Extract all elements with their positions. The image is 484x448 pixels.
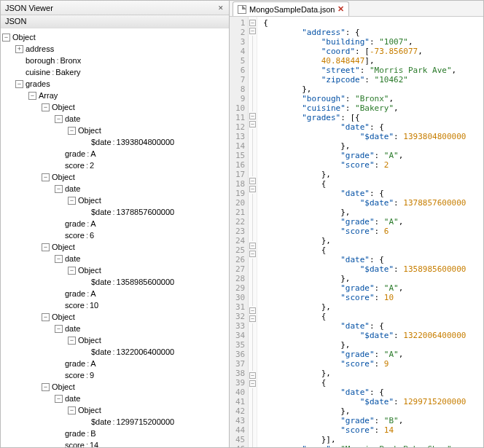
toggle-icon[interactable]: − — [42, 313, 50, 321]
code-line[interactable]: }, — [263, 369, 466, 378]
code-line[interactable]: "grade": "A", — [263, 283, 466, 293]
tree-object-0[interactable]: −Object — [42, 101, 227, 113]
code-line[interactable]: "$date": 1393804800000 — [263, 132, 466, 141]
code-line[interactable]: "score": 2 — [263, 160, 466, 170]
tree-date-4[interactable]: −date — [55, 393, 227, 404]
tree-score-2[interactable]: score:10 — [55, 299, 227, 311]
toggle-icon[interactable]: − — [2, 34, 10, 42]
code-line[interactable]: "cuisine": "Bakery", — [263, 103, 466, 113]
code-line[interactable]: }, — [263, 85, 466, 94]
code-line[interactable]: "name": "Morris Park Bake Shop", — [263, 444, 466, 447]
code-line[interactable]: { — [263, 312, 466, 321]
tree-date-1[interactable]: −date — [55, 183, 227, 194]
toggle-icon[interactable]: − — [42, 383, 50, 391]
toggle-icon[interactable]: − — [15, 80, 23, 88]
json-tree[interactable]: −Object+addressborough:Bronxcuisine:Bake… — [1, 28, 229, 447]
code-line[interactable]: "date": { — [263, 122, 466, 132]
toggle-icon[interactable]: − — [42, 103, 50, 111]
tree-object-2[interactable]: −Object — [42, 241, 227, 253]
toggle-icon[interactable]: − — [68, 406, 76, 414]
tree-date-object-1[interactable]: −Object — [68, 194, 227, 206]
code-line[interactable]: }, — [263, 302, 466, 312]
tree-score-4[interactable]: score:14 — [55, 439, 227, 447]
tree-sdate-3[interactable]: $date:1322006400000 — [81, 346, 227, 358]
code-line[interactable]: { — [263, 179, 466, 189]
tree-date-object-0[interactable]: −Object — [68, 125, 227, 136]
tree-sdate-0[interactable]: $date:1393804800000 — [81, 136, 227, 148]
code-line[interactable]: "grade": "A", — [263, 151, 466, 160]
tree-grade-1[interactable]: grade:A — [55, 218, 227, 229]
toggle-icon[interactable]: − — [42, 243, 50, 251]
fold-icon[interactable]: − — [249, 178, 256, 184]
code-line[interactable]: "borough": "Bronx", — [263, 94, 466, 103]
tab-file[interactable]: MongoSampleData.json ✕ — [233, 1, 349, 16]
code-line[interactable]: "coord": [-73.856077, — [263, 47, 466, 56]
toggle-icon[interactable]: − — [55, 395, 63, 403]
code-line[interactable]: "date": { — [263, 189, 466, 198]
code-line[interactable]: }, — [263, 340, 466, 350]
code-line[interactable]: }, — [263, 236, 466, 245]
toggle-icon[interactable]: − — [42, 173, 50, 181]
toggle-icon[interactable]: − — [68, 197, 76, 205]
code-line[interactable]: }, — [263, 208, 466, 217]
panel-close-icon[interactable]: ✕ — [217, 4, 225, 12]
fold-icon[interactable]: − — [249, 28, 256, 34]
fold-icon[interactable]: − — [249, 380, 256, 387]
fold-icon[interactable]: − — [249, 121, 256, 127]
toggle-icon[interactable]: − — [55, 185, 63, 193]
tree-grade-3[interactable]: grade:A — [55, 358, 227, 369]
toggle-icon[interactable]: − — [55, 115, 63, 123]
code-line[interactable]: { — [263, 378, 466, 388]
fold-icon[interactable]: − — [249, 243, 256, 249]
code-line[interactable]: "zipcode": "10462" — [263, 75, 466, 85]
tree-score-0[interactable]: score:2 — [55, 160, 227, 171]
tree-score-1[interactable]: score:6 — [55, 229, 227, 241]
toggle-icon[interactable]: + — [15, 45, 23, 53]
code-line[interactable]: "score": 14 — [263, 425, 466, 435]
tree-grades[interactable]: −grades — [15, 78, 227, 90]
code-line[interactable]: "score": 10 — [263, 293, 466, 302]
toggle-icon[interactable]: − — [68, 127, 76, 135]
tree-date-2[interactable]: −date — [55, 253, 227, 264]
tree-date-object-4[interactable]: −Object — [68, 404, 227, 416]
toggle-icon[interactable]: − — [28, 92, 36, 100]
code-line[interactable]: "$date": 1358985600000 — [263, 264, 466, 274]
code-line[interactable]: 40.848447], — [263, 56, 466, 66]
fold-icon[interactable]: − — [249, 113, 256, 119]
code-line[interactable]: "$date": 1299715200000 — [263, 397, 466, 406]
code-line[interactable]: }, — [263, 170, 466, 179]
fold-icon[interactable]: − — [249, 20, 256, 26]
tree-object-4[interactable]: −Object — [42, 381, 227, 393]
code-line[interactable]: }], — [263, 435, 466, 444]
tree-date-0[interactable]: −date — [55, 113, 227, 125]
toggle-icon[interactable]: − — [68, 267, 76, 275]
tree-grade-2[interactable]: grade:A — [55, 288, 227, 299]
toggle-icon[interactable]: − — [55, 255, 63, 263]
toggle-icon[interactable]: − — [55, 325, 63, 333]
code-area[interactable]: { "address": { "building": "1007", "coor… — [257, 17, 472, 447]
tree-score-3[interactable]: score:9 — [55, 369, 227, 381]
tree-date-3[interactable]: −date — [55, 323, 227, 334]
code-line[interactable]: { — [263, 18, 466, 28]
code-line[interactable]: "address": { — [263, 28, 466, 37]
code-line[interactable]: "$date": 1322006400000 — [263, 331, 466, 340]
code-line[interactable]: "date": { — [263, 321, 466, 331]
tree-grade-4[interactable]: grade:B — [55, 428, 227, 439]
tree-borough[interactable]: borough:Bronx — [15, 55, 227, 66]
code-line[interactable]: }, — [263, 274, 466, 283]
fold-icon[interactable]: − — [249, 307, 256, 314]
tree-array[interactable]: −Array — [28, 90, 227, 101]
tab-close-icon[interactable]: ✕ — [337, 4, 344, 14]
tree-date-object-3[interactable]: −Object — [68, 334, 227, 346]
code-line[interactable]: "building": "1007", — [263, 37, 466, 47]
tree-sdate-2[interactable]: $date:1358985600000 — [81, 276, 227, 288]
fold-icon[interactable]: − — [249, 372, 256, 379]
tree-date-object-2[interactable]: −Object — [68, 264, 227, 276]
fold-icon[interactable]: − — [249, 315, 256, 322]
code-line[interactable]: { — [263, 245, 466, 255]
tree-root[interactable]: −Object — [2, 31, 227, 43]
code-line[interactable]: "score": 6 — [263, 227, 466, 236]
fold-column[interactable]: −−−−−−−−−−−− — [249, 17, 257, 447]
code-line[interactable]: "date": { — [263, 388, 466, 397]
fold-icon[interactable]: − — [249, 251, 256, 257]
